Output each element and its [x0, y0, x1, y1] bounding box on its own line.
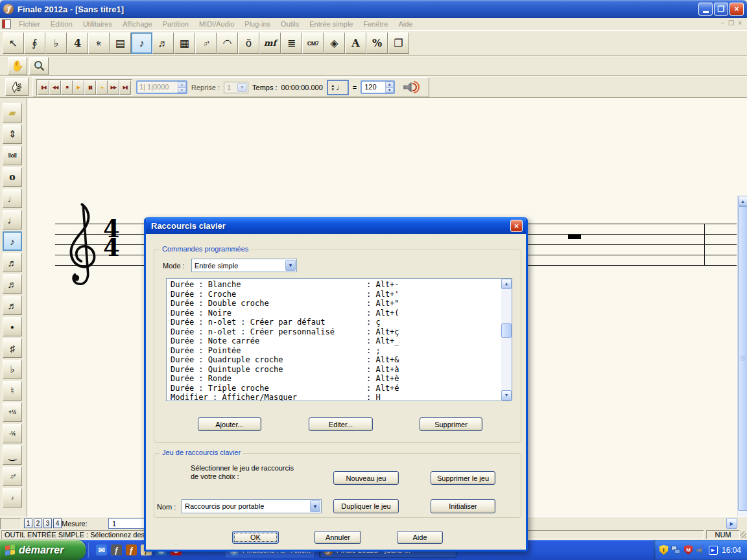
stop-button[interactable]: ■ [61, 80, 73, 95]
shortcut-row[interactable]: Durée : Blanche: Alt+- [171, 280, 500, 290]
shortcuts-list[interactable]: Durée : Blanche: Alt+-Durée : Croche: Al… [166, 278, 512, 401]
spin-up-icon[interactable]: ▲ [385, 82, 394, 88]
dialog-title-bar[interactable]: Raccourcis clavier [146, 217, 528, 234]
pitch-shift-tool-button[interactable]: ⇕ [3, 124, 22, 144]
shortcut-row[interactable]: Durée : n-olet : Créer personnalisé: Alt… [171, 327, 500, 337]
cancel-button[interactable]: Annuler [314, 531, 361, 544]
go-to-end-button[interactable]: ▶▮ [119, 80, 131, 95]
double-whole-note-button[interactable]: ‖o‖ [3, 146, 22, 165]
tuplet-definition-button[interactable]: ♫³ [3, 467, 22, 486]
list-scrollbar-thumb[interactable] [501, 323, 512, 338]
menu-item-fichier[interactable]: Fichier [14, 19, 45, 29]
expression-tool-button[interactable]: mf [259, 32, 281, 54]
document-icon[interactable] [2, 19, 11, 29]
reprise-select[interactable]: 1 ▼ [224, 82, 248, 93]
shortcut-row[interactable]: Durée : Double croche: Alt+" [171, 299, 500, 309]
shortcut-row[interactable]: Durée : Noire: Alt+( [171, 309, 500, 318]
tempo-unit-selector[interactable]: ▲▼ ♩ [327, 80, 349, 95]
mode-select[interactable]: Entrée simple ▼ [191, 259, 297, 272]
mcafee-icon[interactable]: M [683, 545, 693, 555]
initialize-button[interactable]: Initialiser [431, 499, 495, 513]
shortcut-row[interactable]: Durée : Ronde: Alt+è [171, 374, 500, 384]
play-button[interactable]: ▶ [73, 80, 84, 95]
mdi-restore-icon[interactable]: ❐ [728, 19, 734, 27]
quick-launch-separator[interactable] [88, 542, 89, 557]
menu-item-entree-simple[interactable]: Entrée simple [304, 19, 358, 29]
scroll-up-button[interactable]: ▲ [738, 196, 747, 206]
menu-item-aide[interactable]: Aide [393, 19, 418, 29]
shortcut-row[interactable]: Durée : Croche: Alt+' [171, 290, 500, 299]
minimize-button[interactable] [698, 3, 713, 16]
edit-button[interactable]: Editer... [309, 417, 373, 431]
pause-button[interactable]: ▮▮ [84, 80, 96, 95]
smart-shape-tool-button[interactable]: ◠ [217, 32, 238, 54]
eighth-note-button[interactable]: ♪ [3, 231, 22, 251]
volume-icon[interactable] [696, 545, 706, 555]
duplicate-set-button[interactable]: Dupliquer le jeu [333, 499, 399, 513]
view-preset-button-3[interactable]: 3 [43, 519, 52, 528]
flat-button[interactable]: ♭ [3, 360, 22, 379]
menu-item-edition[interactable]: Edition [45, 19, 78, 29]
tie-button[interactable]: ‿ [3, 445, 22, 465]
tempo-unit-spinner[interactable]: ▲▼ [331, 84, 335, 91]
menu-item-affichage[interactable]: Affichage [117, 19, 158, 29]
chevron-down-icon[interactable]: ▼ [237, 83, 247, 92]
whole-note-button[interactable]: o [3, 167, 22, 187]
chevron-down-icon[interactable]: ▼ [285, 260, 296, 271]
record-button[interactable]: ● [96, 80, 108, 95]
vertical-scrollbar-thumb[interactable] [738, 206, 747, 511]
repeat-tool-button[interactable]: ≣ [281, 32, 302, 54]
start-button[interactable]: démarrer [0, 540, 86, 560]
spin-down-icon[interactable]: ▼ [385, 88, 394, 93]
scroll-down-button[interactable]: ▼ [501, 390, 512, 401]
shortcut-row[interactable]: Modifier : Afficher/Masquer: H [171, 393, 500, 401]
help-button[interactable]: Aide [397, 531, 443, 544]
shortcut-row[interactable]: Durée : Quadruple croche: Alt+& [171, 355, 500, 365]
shortcut-row[interactable]: Durée : n-olet : Créer par défaut: ç [171, 318, 500, 327]
network-icon[interactable] [671, 545, 681, 555]
half-note-button[interactable]: ♩ [3, 189, 22, 208]
dialog-close-button[interactable]: × [510, 220, 523, 232]
chord-tool-button[interactable]: CM7 [302, 32, 324, 54]
close-button[interactable]: × [729, 3, 744, 16]
set-name-select[interactable]: Raccourcis pour portable ▼ [182, 499, 322, 513]
menu-item-midi-audio[interactable]: MIDI/Audio [194, 19, 239, 29]
title-bar[interactable]: ƒ Finale 2012a - [Sans titre1] ❐ × [0, 0, 747, 18]
sixteenth-note-button[interactable]: ♬ [3, 253, 22, 272]
list-scrollbar[interactable]: ▲ ▼ [501, 279, 512, 401]
thirty-second-note-button[interactable]: ♬ [3, 274, 22, 294]
zoom-tool-button[interactable] [29, 57, 49, 75]
hyperscribe-tool-button[interactable]: ▦ [174, 32, 195, 54]
page-layout-tool-button[interactable]: ❐ [388, 32, 409, 54]
menu-item-plug-ins[interactable]: Plug-ins [239, 19, 276, 29]
chevron-down-icon[interactable]: ▼ [310, 500, 320, 512]
view-preset-button-4[interactable]: 4 [53, 519, 62, 528]
sharp-button[interactable]: ♯ [3, 338, 22, 358]
tuplet-tool-button[interactable]: ♫³ [195, 32, 217, 54]
resize-tool-button[interactable]: % [366, 32, 388, 54]
shortcut-row[interactable]: Durée : Note carrée: Alt+_ [171, 336, 500, 346]
quick-launch-finale-gray-icon[interactable]: ƒ [111, 544, 122, 555]
mdi-minimize-icon[interactable]: – [721, 19, 725, 27]
time-signature-tool-button[interactable]: 4 [67, 32, 88, 54]
clef-tool-button[interactable]: 9: [88, 32, 110, 54]
ok-button[interactable]: OK [232, 531, 279, 544]
shortcut-row[interactable]: Durée : Quintuple croche: Alt+à [171, 365, 500, 375]
sixty-fourth-note-button[interactable]: ♬ [3, 296, 22, 315]
menu-item-fenetre[interactable]: Fenêtre [358, 19, 393, 29]
selection-tool-button[interactable]: ↖ [3, 32, 24, 54]
tempo-spinner[interactable]: ▲▼ [385, 82, 394, 93]
spin-up-icon[interactable]: ▲ [178, 82, 186, 88]
hand-grabber-tool-button[interactable]: ✋ [8, 57, 27, 75]
mdi-close-icon[interactable]: × [738, 19, 742, 27]
scroll-up-button[interactable]: ▲ [501, 279, 512, 289]
menu-item-outils[interactable]: Outils [276, 19, 304, 29]
text-tool-button[interactable]: A [345, 32, 366, 54]
shortcut-row[interactable]: Durée : Pointée: ; [171, 346, 500, 356]
go-to-beginning-button[interactable]: ▮◀ [38, 80, 49, 95]
playback-position-field[interactable]: 1| 1|0000 [137, 82, 178, 93]
augmentation-dot-button[interactable]: • [3, 317, 22, 336]
menu-item-utilitaires[interactable]: Utilitaires [78, 19, 117, 29]
delete-set-button[interactable]: Supprimer le jeu [431, 471, 495, 485]
menu-item-partition[interactable]: Partition [158, 19, 194, 29]
